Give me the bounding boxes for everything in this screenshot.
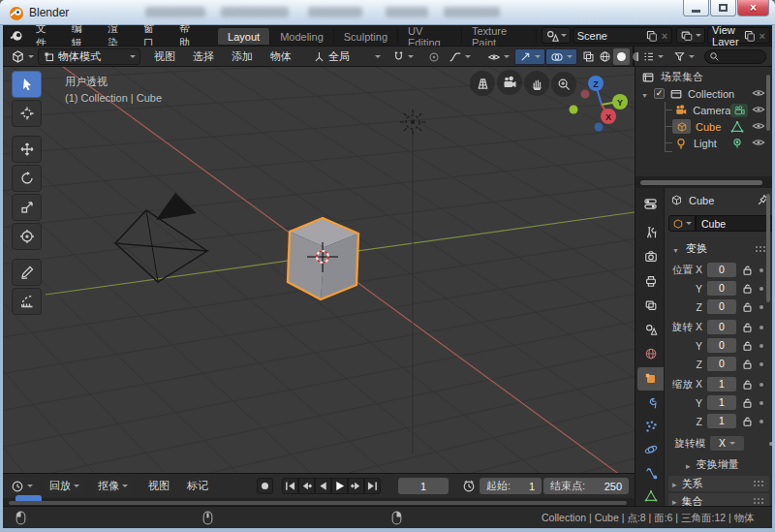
gizmo-axis-neg-y[interactable] xyxy=(570,106,578,114)
tab-tool[interactable] xyxy=(637,221,664,244)
tab-physics[interactable] xyxy=(637,438,664,461)
lock-open-icon[interactable] xyxy=(742,265,753,276)
tool-scale[interactable] xyxy=(12,194,42,221)
animate-dot-icon[interactable] xyxy=(760,383,763,387)
hide-collection-eye-icon[interactable] xyxy=(752,87,765,99)
scale-y-field[interactable]: 1 xyxy=(707,395,736,410)
xray-toggle[interactable] xyxy=(580,48,597,65)
outliner-display-mode[interactable] xyxy=(638,48,667,65)
view-layer-browse-button[interactable] xyxy=(676,27,705,44)
tab-object[interactable] xyxy=(637,367,664,391)
overlays-toggle[interactable] xyxy=(545,48,577,65)
outliner-search[interactable] xyxy=(704,49,766,64)
rotation-mode-select[interactable]: X xyxy=(710,436,744,451)
workspace-tab-sculpting[interactable]: Sculpting xyxy=(334,28,398,45)
minimize-button[interactable] xyxy=(683,0,709,16)
expand-icon[interactable] xyxy=(641,88,648,100)
scene-collection-row[interactable]: 场景集合 xyxy=(636,69,772,85)
menu-playback[interactable]: 回放 xyxy=(46,478,83,494)
prev-keyframe-button[interactable] xyxy=(298,478,315,494)
hide-light-eye-icon[interactable] xyxy=(752,137,765,148)
close-button[interactable]: × xyxy=(737,0,769,16)
location-x-field[interactable]: 0 xyxy=(707,263,736,277)
animate-dot-icon[interactable] xyxy=(760,362,763,366)
timeline-scrollbar[interactable] xyxy=(9,501,627,505)
properties-editor-type-button[interactable] xyxy=(637,192,664,215)
collections-panel[interactable]: 集合 xyxy=(668,493,769,506)
gizmo-axis-neg-x[interactable] xyxy=(581,90,590,99)
expand-icon[interactable] xyxy=(686,459,691,471)
object-id-button[interactable] xyxy=(668,215,696,232)
timeline-editor-type-button[interactable] xyxy=(7,478,37,494)
shading-solid-button[interactable] xyxy=(613,48,630,65)
location-z-field[interactable]: 0 xyxy=(707,299,736,314)
workspace-tab-uv-editing[interactable]: UV Editing xyxy=(398,28,462,45)
tab-render[interactable] xyxy=(637,245,664,268)
timeline-scrub-area[interactable] xyxy=(3,498,635,506)
animate-dot-icon[interactable] xyxy=(769,442,772,446)
tab-world[interactable] xyxy=(637,342,664,365)
lock-open-icon[interactable] xyxy=(742,322,753,333)
properties-scrollbar[interactable] xyxy=(766,194,770,302)
hide-cube-eye-icon[interactable] xyxy=(752,120,765,132)
animate-dot-icon[interactable] xyxy=(760,401,763,405)
lock-open-icon[interactable] xyxy=(742,359,753,370)
animate-dot-icon[interactable] xyxy=(760,326,763,329)
animate-dot-icon[interactable] xyxy=(760,287,763,291)
light-data-icon[interactable] xyxy=(730,137,744,150)
animate-dot-icon[interactable] xyxy=(760,420,763,423)
play-button[interactable] xyxy=(331,478,348,494)
workspace-tab-texture-paint[interactable]: Texture Paint xyxy=(462,28,537,45)
menu-view[interactable]: 视图 xyxy=(148,48,181,65)
jump-to-start-button[interactable] xyxy=(282,478,298,494)
tab-scene[interactable] xyxy=(637,318,664,341)
scene-selector[interactable]: Scene × xyxy=(573,27,672,44)
relations-panel[interactable]: 关系 xyxy=(668,476,769,491)
remove-view-layer-icon[interactable]: × xyxy=(760,30,765,42)
view-layer-selector[interactable]: View Layer × xyxy=(707,27,770,44)
tool-measure[interactable] xyxy=(12,288,42,315)
tool-rotate[interactable] xyxy=(12,165,42,192)
menu-keying[interactable]: 抠像 xyxy=(94,478,132,494)
scale-x-field[interactable]: 1 xyxy=(707,377,736,391)
outliner-filter-button[interactable] xyxy=(669,48,698,65)
tab-particles[interactable] xyxy=(637,415,664,438)
proportional-editing-toggle[interactable] xyxy=(425,48,443,65)
tool-cursor[interactable] xyxy=(12,100,42,127)
proportional-falloff-select[interactable] xyxy=(445,48,475,65)
pan-view-button[interactable] xyxy=(524,71,549,96)
navigation-gizmo[interactable]: Z Y X xyxy=(570,76,629,132)
play-reverse-button[interactable] xyxy=(315,478,331,494)
menu-select[interactable]: 选择 xyxy=(187,48,220,65)
tab-constraints[interactable] xyxy=(637,461,664,485)
auto-keying-button[interactable] xyxy=(257,478,273,494)
tab-view-layer[interactable] xyxy=(637,294,664,317)
object-name-input[interactable] xyxy=(696,215,772,232)
gizmos-toggle[interactable] xyxy=(514,48,545,65)
collapse-icon[interactable] xyxy=(672,243,679,255)
toggle-grid-button[interactable] xyxy=(470,71,495,96)
tab-modifiers[interactable] xyxy=(637,391,664,415)
current-frame-field[interactable]: 1 xyxy=(398,478,449,494)
scale-z-field[interactable]: 1 xyxy=(707,414,736,428)
tab-output[interactable] xyxy=(637,269,664,293)
lock-open-icon[interactable] xyxy=(742,416,753,427)
hide-camera-eye-icon[interactable] xyxy=(752,104,765,115)
tool-transform[interactable] xyxy=(12,223,42,250)
panel-grip-icon[interactable] xyxy=(753,497,765,505)
menu-add[interactable]: 添加 xyxy=(226,48,259,65)
object-visibility-dropdown[interactable] xyxy=(483,48,513,65)
menu-markers[interactable]: 标记 xyxy=(181,478,214,494)
light-object[interactable] xyxy=(400,110,425,135)
zoom-view-button[interactable] xyxy=(551,72,576,97)
rotation-z-field[interactable]: 0 xyxy=(707,357,736,371)
expand-icon[interactable] xyxy=(672,495,677,506)
panel-grip-icon[interactable] xyxy=(753,480,765,487)
animate-dot-icon[interactable] xyxy=(760,268,763,272)
lock-open-icon[interactable] xyxy=(742,283,753,295)
lock-open-icon[interactable] xyxy=(742,301,753,313)
mode-select[interactable]: 物体模式 xyxy=(38,48,140,65)
animate-dot-icon[interactable] xyxy=(760,305,763,309)
scene-browse-button[interactable] xyxy=(542,27,571,44)
cube-row[interactable]: Cube xyxy=(636,118,772,135)
